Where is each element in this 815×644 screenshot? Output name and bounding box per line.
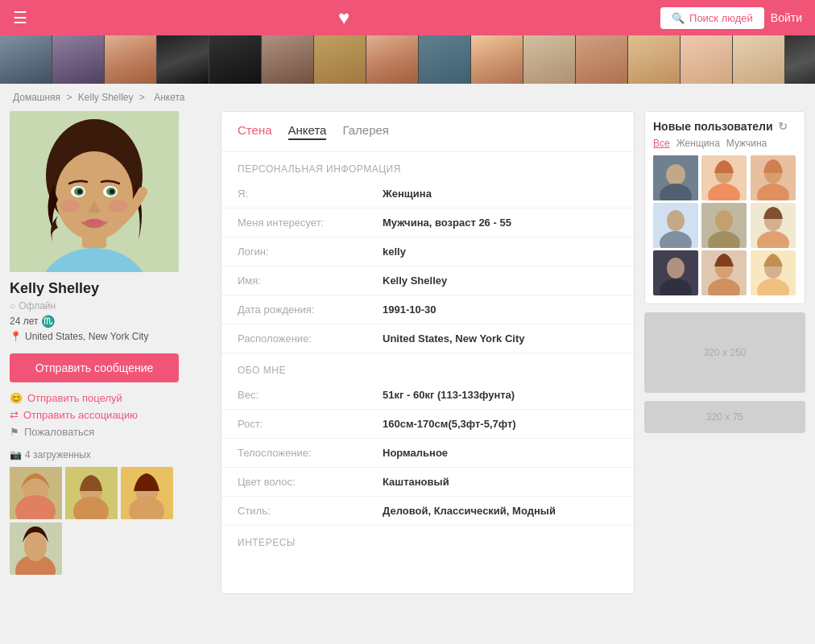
photo-strip (0, 35, 815, 84)
table-row: Цвет волос:Каштановый (221, 468, 634, 497)
strip-photo[interactable] (419, 35, 471, 84)
user-thumb[interactable] (653, 250, 698, 295)
field-label: Стиль: (221, 497, 366, 526)
svg-point-38 (715, 210, 733, 231)
user-thumb[interactable] (751, 250, 796, 295)
field-label: Расположение: (221, 324, 366, 353)
user-thumb[interactable] (653, 203, 698, 248)
strip-photo[interactable] (785, 35, 815, 84)
user-thumb[interactable] (701, 155, 747, 200)
strip-photo[interactable] (262, 35, 314, 84)
table-row: Расположение:United States, New York Cit… (221, 324, 634, 353)
photo-thumb[interactable] (10, 522, 62, 575)
field-value: 1991-10-30 (366, 295, 634, 324)
field-label: Логин: (221, 237, 366, 266)
strip-photo[interactable] (471, 35, 523, 84)
photo-grid (10, 467, 211, 575)
table-row: Рост:160см-170см(5,3фт-5,7фт) (221, 410, 634, 439)
svg-point-9 (77, 189, 82, 194)
field-value: United States, New York City (366, 324, 634, 353)
profile-name: Kelly Shelley (10, 280, 211, 297)
profile-location: 📍 United States, New York City (10, 331, 211, 342)
gender-filter: Все Женщина Мужчина (653, 138, 796, 149)
strip-photo[interactable] (523, 35, 576, 84)
field-value: Мужчина, возраст 26 - 55 (366, 208, 634, 237)
strip-photo[interactable] (314, 35, 366, 84)
ad-label-large: 320 x 250 (704, 347, 747, 358)
age-text: 24 лет (10, 316, 38, 327)
send-message-button[interactable]: Отправить сообщение (10, 353, 179, 382)
field-value: kelly (366, 237, 634, 266)
svg-point-10 (110, 189, 114, 194)
send-kiss-link[interactable]: 😊 Отправить поцелуй (10, 392, 211, 404)
user-thumb[interactable] (751, 203, 796, 248)
kiss-icon: 😊 (10, 392, 23, 404)
profile-photo[interactable] (10, 111, 179, 272)
tab-wall[interactable]: Стена (238, 123, 272, 140)
login-button[interactable]: Войти (771, 11, 802, 24)
photo-thumb[interactable] (10, 467, 62, 519)
location-icon: 📍 (10, 331, 22, 342)
tab-gallery[interactable]: Галерея (342, 123, 389, 140)
strip-photo[interactable] (681, 35, 733, 84)
field-value: 51кг - 60кг (113-133фунта) (366, 381, 634, 410)
user-grid (653, 155, 796, 295)
table-row: Имя:Kelly Shelley (221, 266, 634, 295)
refresh-icon[interactable]: ↻ (778, 120, 788, 133)
interests-title: ИНТЕРЕСЫ (221, 526, 634, 553)
table-row: Дата рождения:1991-10-30 (221, 295, 634, 324)
profile-status: ○ Офлайн (10, 300, 211, 312)
user-thumb[interactable] (701, 250, 747, 295)
field-label: Телосложение: (221, 439, 366, 468)
report-link[interactable]: ⚑ Пожаловаться (10, 426, 211, 438)
heart-logo: ♥ (338, 6, 350, 29)
left-column: Kelly Shelley ○ Офлайн 24 лет ♏ 📍 United… (10, 111, 211, 594)
strip-photo[interactable] (733, 35, 785, 84)
field-value: Каштановый (366, 468, 634, 497)
svg-point-26 (666, 164, 685, 185)
send-association-link[interactable]: ⇄ Отправить ассоциацию (10, 409, 211, 421)
breadcrumb-sep2: > (139, 92, 145, 103)
breadcrumb-user[interactable]: Kelly Shelley (78, 92, 134, 103)
strip-photo[interactable] (105, 35, 157, 84)
strip-photo[interactable] (366, 35, 419, 84)
field-value: Деловой, Классический, Модный (366, 497, 634, 526)
field-label: Дата рождения: (221, 295, 366, 324)
right-column: Новые пользователи ↻ Все Женщина Мужчина (644, 111, 805, 594)
personal-info-table: Я:ЖенщинаМеня интересует:Мужчина, возрас… (221, 180, 634, 353)
strip-photo[interactable] (628, 35, 681, 84)
field-label: Я: (221, 180, 366, 208)
ad-box-small: 320 x 75 (644, 401, 805, 433)
photo-thumb[interactable] (121, 467, 173, 519)
search-button[interactable]: 🔍 Поиск людей (660, 7, 764, 29)
ad-box-large: 320 x 250 (644, 312, 805, 393)
svg-point-11 (60, 200, 80, 213)
tab-profile[interactable]: Анкета (288, 123, 327, 140)
table-row: Вес:51кг - 60кг (113-133фунта) (221, 381, 634, 410)
field-label: Имя: (221, 266, 366, 295)
ad-label-small: 320 x 75 (706, 411, 743, 423)
center-column: Стена Анкета Галерея ПЕРСОНАЛЬНАЯ ИНФОРМ… (221, 111, 635, 594)
photo-thumb[interactable] (65, 467, 118, 519)
menu-icon[interactable]: ☰ (13, 8, 27, 27)
breadcrumb-home[interactable]: Домашняя (13, 92, 60, 103)
user-thumb[interactable] (751, 155, 796, 200)
table-row: Меня интересует:Мужчина, возраст 26 - 55 (221, 208, 634, 237)
filter-female[interactable]: Женщина (676, 138, 720, 149)
strip-photo[interactable] (157, 35, 209, 84)
field-label: Цвет волос: (221, 468, 366, 497)
strip-photo[interactable] (0, 35, 52, 84)
field-value: Нормальное (366, 439, 634, 468)
new-users-title: Новые пользователи ↻ (653, 120, 796, 133)
strip-photo[interactable] (576, 35, 628, 84)
profile-age-zodiac: 24 лет ♏ (10, 315, 211, 328)
search-icon: 🔍 (672, 12, 685, 24)
filter-all[interactable]: Все (653, 138, 670, 149)
user-thumb[interactable] (653, 155, 698, 200)
association-icon: ⇄ (10, 409, 19, 421)
user-thumb[interactable] (701, 203, 747, 248)
strip-photo[interactable] (52, 35, 105, 84)
svg-point-35 (667, 210, 685, 231)
strip-photo[interactable] (209, 35, 262, 84)
filter-male[interactable]: Мужчина (726, 138, 767, 149)
